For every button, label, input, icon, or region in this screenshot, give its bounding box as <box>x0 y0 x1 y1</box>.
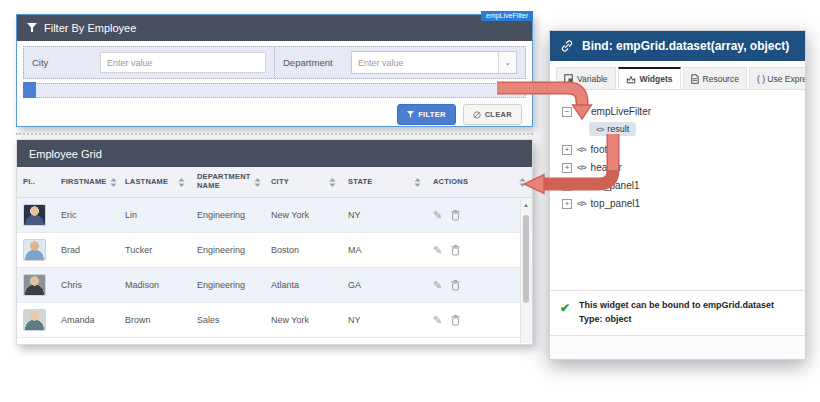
tab-use-expression-label: ( ) Use Expression <box>757 74 805 84</box>
column-header[interactable]: DEPARTMENT NAME <box>191 167 265 197</box>
tree-item[interactable]: + </> footer <box>562 144 793 155</box>
column-header-label: DEPARTMENT NAME <box>197 173 251 190</box>
cell-lastname: Tucker <box>119 245 191 255</box>
cell-city: Boston <box>265 245 342 255</box>
cell-state: GA <box>342 280 427 290</box>
selection-handle[interactable] <box>23 82 36 98</box>
filter-button-label: FILTER <box>418 110 446 119</box>
sort-icon[interactable] <box>110 178 117 187</box>
filter-panel-header: Filter By Employee <box>17 15 532 41</box>
filter-button[interactable]: FILTER <box>397 104 456 125</box>
city-input[interactable] <box>100 52 266 73</box>
grid-body: Eric Lin Engineering New York NY ✎ <box>17 198 532 338</box>
bind-status-message: ✔ This widget can be bound to empGrid.da… <box>550 290 805 335</box>
department-label: Department <box>283 57 341 68</box>
widgets-icon <box>626 75 636 84</box>
column-header-label: STATE <box>348 178 372 187</box>
city-label: City <box>32 57 90 68</box>
filter-by-employee-panel: empLiveFilter Filter By Employee City De… <box>16 14 533 127</box>
grid-title: Employee Grid <box>17 140 532 167</box>
code-icon: </> <box>577 181 586 190</box>
bind-dialog-header: Bind: empGrid.dataset(array, object) <box>550 31 805 61</box>
tab-widgets[interactable]: Widgets <box>618 67 681 89</box>
column-header-label: PI.. <box>23 178 35 187</box>
delete-icon[interactable] <box>451 245 460 256</box>
code-icon: </> <box>577 145 586 154</box>
empty-form-row[interactable] <box>23 83 526 98</box>
cell-city: New York <box>265 315 342 325</box>
cell-department: Sales <box>191 315 265 325</box>
clear-button[interactable]: CLEAR <box>463 104 522 125</box>
tree-item[interactable]: + </> header <box>562 162 793 173</box>
cell-lastname: Lin <box>119 210 191 220</box>
column-header[interactable]: FIRSTNAME <box>55 167 119 197</box>
chevron-down-icon[interactable]: ⌄ <box>498 52 516 73</box>
cell-firstname: Brad <box>55 245 119 255</box>
tree-item-label: footer <box>591 144 617 155</box>
tree-item-result[interactable]: <> result <box>589 122 636 136</box>
column-header-label: CITY <box>271 178 289 187</box>
cell-lastname: Madison <box>119 280 191 290</box>
delete-icon[interactable] <box>451 315 460 326</box>
sort-icon[interactable] <box>519 178 526 187</box>
cell-firstname: Eric <box>55 210 119 220</box>
tab-use-expression[interactable]: ( ) Use Expression <box>749 67 805 89</box>
department-select[interactable]: Enter value ⌄ <box>351 51 517 74</box>
filter-panel-title: Filter By Employee <box>44 22 136 34</box>
collapse-icon[interactable]: − <box>562 107 572 117</box>
table-row[interactable]: Amanda Brown Sales New York NY ✎ <box>17 303 532 338</box>
filter-buttons-row: FILTER CLEAR <box>17 98 532 131</box>
column-header[interactable]: CITY <box>265 167 342 197</box>
expand-icon[interactable]: + <box>562 145 572 155</box>
expand-icon[interactable]: + <box>562 163 572 173</box>
edit-icon[interactable]: ✎ <box>433 279 442 292</box>
employee-photo <box>23 239 46 261</box>
edit-icon[interactable]: ✎ <box>433 314 442 327</box>
tree-item[interactable]: + </> left_panel1 <box>562 180 793 191</box>
tab-variable[interactable]: Variable <box>556 67 616 89</box>
cell-lastname: Brown <box>119 315 191 325</box>
expand-icon[interactable]: + <box>562 181 572 191</box>
tree-item-label: top_panel1 <box>591 198 641 209</box>
employee-grid-panel: Employee Grid PI.. FIRSTNAME <box>16 139 533 345</box>
sort-icon[interactable] <box>178 178 185 187</box>
table-row[interactable]: Brad Tucker Engineering Boston MA ✎ <box>17 233 532 268</box>
city-field-group: City <box>24 47 274 78</box>
cell-city: Atlanta <box>265 280 342 290</box>
tree-result-row: <> result <box>589 122 793 136</box>
tree-item[interactable]: + </> top_panel1 <box>562 198 793 209</box>
column-header[interactable]: ACTIONS <box>427 167 532 197</box>
cell-department: Engineering <box>191 210 265 220</box>
dialog-footer <box>550 335 805 359</box>
edit-icon[interactable]: ✎ <box>433 209 442 222</box>
employee-photo <box>23 309 46 331</box>
table-row[interactable]: Chris Madison Engineering Atlanta GA ✎ <box>17 268 532 303</box>
sort-icon[interactable] <box>414 178 421 187</box>
designer-canvas: empLiveFilter Filter By Employee City De… <box>0 0 820 402</box>
code-icon: </> <box>577 199 586 208</box>
tree-item-emplivefilter[interactable]: − empLiveFilter <box>562 106 793 117</box>
check-icon: ✔ <box>560 299 570 326</box>
scrollbar-thumb[interactable] <box>523 215 529 303</box>
scroll-up-icon[interactable]: ▲ <box>521 199 531 208</box>
tab-variable-label: Variable <box>577 74 608 84</box>
department-field-group: Department Enter value ⌄ <box>274 47 525 78</box>
delete-icon[interactable] <box>451 210 460 221</box>
sort-icon[interactable] <box>329 178 336 187</box>
cell-department: Engineering <box>191 280 265 290</box>
employee-photo <box>23 204 46 226</box>
bind-dialog: Bind: empGrid.dataset(array, object) Var… <box>549 30 806 360</box>
grid-header-row: PI.. FIRSTNAME LASTNAME <box>17 167 532 198</box>
bind-message-line1: This widget can be bound to empGrid.data… <box>579 300 774 310</box>
table-row[interactable]: Eric Lin Engineering New York NY ✎ <box>17 198 532 233</box>
column-header[interactable]: PI.. <box>17 167 55 197</box>
tab-resource[interactable]: Resource <box>683 67 747 89</box>
edit-icon[interactable]: ✎ <box>433 244 442 257</box>
column-header[interactable]: STATE <box>342 167 427 197</box>
sort-icon[interactable] <box>254 178 261 187</box>
delete-icon[interactable] <box>451 280 460 291</box>
cell-department: Engineering <box>191 245 265 255</box>
column-header[interactable]: LASTNAME <box>119 167 191 197</box>
vertical-scrollbar[interactable]: ▲ <box>520 199 531 343</box>
expand-icon[interactable]: + <box>562 199 572 209</box>
